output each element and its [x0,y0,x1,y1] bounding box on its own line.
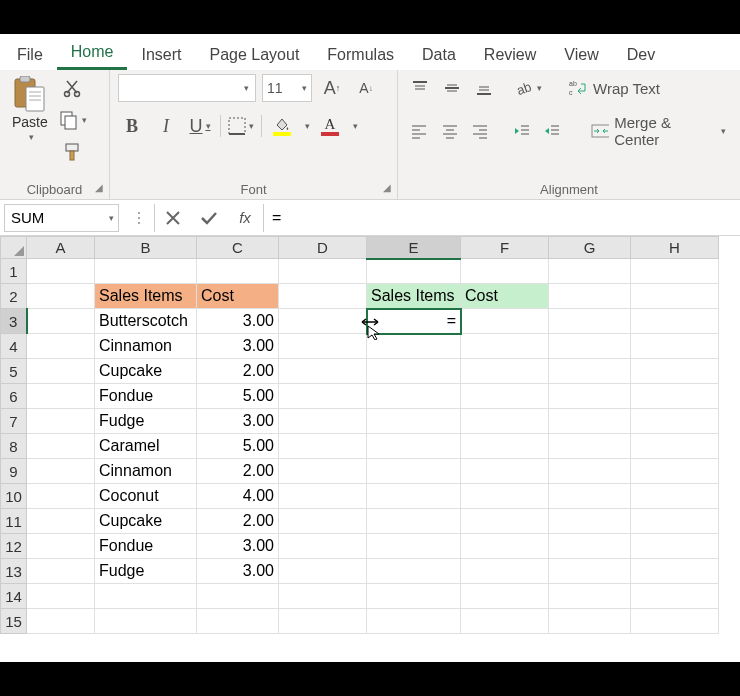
cell-E2[interactable]: Sales Items [367,284,461,309]
tab-formulas[interactable]: Formulas [313,38,408,70]
cell-C8[interactable]: 5.00 [197,434,279,459]
column-header-G[interactable]: G [549,237,631,259]
cell-H2[interactable] [631,284,719,309]
cell-B3[interactable]: Butterscotch [95,309,197,334]
cell-E14[interactable] [367,584,461,609]
cell-C12[interactable]: 3.00 [197,534,279,559]
align-left-button[interactable] [406,117,432,145]
row-header-11[interactable]: 11 [1,509,27,534]
cell-H6[interactable] [631,384,719,409]
spreadsheet-grid[interactable]: ABCDEFGH12Sales ItemsCostSales ItemsCost… [0,236,740,634]
cancel-formula-button[interactable] [155,204,191,232]
cell-D13[interactable] [279,559,367,584]
cell-A6[interactable] [27,384,95,409]
font-color-button[interactable]: A [316,117,344,136]
fill-color-button[interactable] [268,117,296,136]
cell-C1[interactable] [197,259,279,284]
cell-H7[interactable] [631,409,719,434]
decrease-font-button[interactable]: A↓ [352,74,380,102]
cell-G12[interactable] [549,534,631,559]
chevron-down-icon[interactable]: ▾ [353,121,358,131]
cell-C3[interactable]: 3.00 [197,309,279,334]
cell-F13[interactable] [461,559,549,584]
align-top-button[interactable] [406,74,434,102]
orientation-button[interactable]: ab▾ [514,74,542,102]
row-header-14[interactable]: 14 [1,584,27,609]
cell-D15[interactable] [279,609,367,634]
insert-function-button[interactable]: fx [227,209,263,226]
font-size-select[interactable]: 11 ▾ [262,74,312,102]
cell-A5[interactable] [27,359,95,384]
cell-D8[interactable] [279,434,367,459]
decrease-indent-button[interactable] [509,117,535,145]
cell-G15[interactable] [549,609,631,634]
borders-button[interactable]: ▾ [227,112,255,140]
cell-A9[interactable] [27,459,95,484]
cell-E1[interactable] [367,259,461,284]
cell-F11[interactable] [461,509,549,534]
cell-C14[interactable] [197,584,279,609]
cell-D6[interactable] [279,384,367,409]
font-name-select[interactable]: ▾ [118,74,256,102]
cell-B5[interactable]: Cupcake [95,359,197,384]
cell-F1[interactable] [461,259,549,284]
increase-font-button[interactable]: A↑ [318,74,346,102]
cell-F5[interactable] [461,359,549,384]
select-all-corner[interactable] [1,237,27,259]
cell-H11[interactable] [631,509,719,534]
cell-E15[interactable] [367,609,461,634]
cell-G2[interactable] [549,284,631,309]
cell-G1[interactable] [549,259,631,284]
row-header-5[interactable]: 5 [1,359,27,384]
column-header-A[interactable]: A [27,237,95,259]
cell-F10[interactable] [461,484,549,509]
cell-F3[interactable] [461,309,549,334]
chevron-down-icon[interactable]: ▾ [305,121,310,131]
cell-A7[interactable] [27,409,95,434]
column-header-F[interactable]: F [461,237,549,259]
cell-G3[interactable] [549,309,631,334]
cut-button[interactable] [58,76,88,100]
align-middle-button[interactable] [438,74,466,102]
cell-B10[interactable]: Coconut [95,484,197,509]
row-header-8[interactable]: 8 [1,434,27,459]
row-header-12[interactable]: 12 [1,534,27,559]
cell-F12[interactable] [461,534,549,559]
cell-H12[interactable] [631,534,719,559]
cell-B6[interactable]: Fondue [95,384,197,409]
cell-H13[interactable] [631,559,719,584]
cell-B12[interactable]: Fondue [95,534,197,559]
cell-G8[interactable] [549,434,631,459]
cell-F8[interactable] [461,434,549,459]
cell-D1[interactable] [279,259,367,284]
cell-H15[interactable] [631,609,719,634]
cell-D2[interactable] [279,284,367,309]
cell-H3[interactable] [631,309,719,334]
wrap-text-button[interactable]: abc Wrap Text [562,77,666,99]
cell-B7[interactable]: Fudge [95,409,197,434]
cell-D3[interactable] [279,309,367,334]
column-header-D[interactable]: D [279,237,367,259]
cell-C7[interactable]: 3.00 [197,409,279,434]
copy-button[interactable]: ▾ [58,108,88,132]
underline-button[interactable]: U▾ [186,112,214,140]
cell-B1[interactable] [95,259,197,284]
cell-H9[interactable] [631,459,719,484]
dialog-launcher-clipboard[interactable]: ◢ [92,182,106,196]
column-header-B[interactable]: B [95,237,197,259]
cell-H1[interactable] [631,259,719,284]
cell-G14[interactable] [549,584,631,609]
cell-F6[interactable] [461,384,549,409]
paste-button[interactable]: Paste ▾ [8,74,52,164]
cell-A15[interactable] [27,609,95,634]
cell-B9[interactable]: Cinnamon [95,459,197,484]
cell-E6[interactable] [367,384,461,409]
cell-C13[interactable]: 3.00 [197,559,279,584]
cell-F9[interactable] [461,459,549,484]
cell-B11[interactable]: Cupcake [95,509,197,534]
cell-E11[interactable] [367,509,461,534]
cell-G10[interactable] [549,484,631,509]
tab-file[interactable]: File [3,38,57,70]
cell-E4[interactable] [367,334,461,359]
cell-H8[interactable] [631,434,719,459]
